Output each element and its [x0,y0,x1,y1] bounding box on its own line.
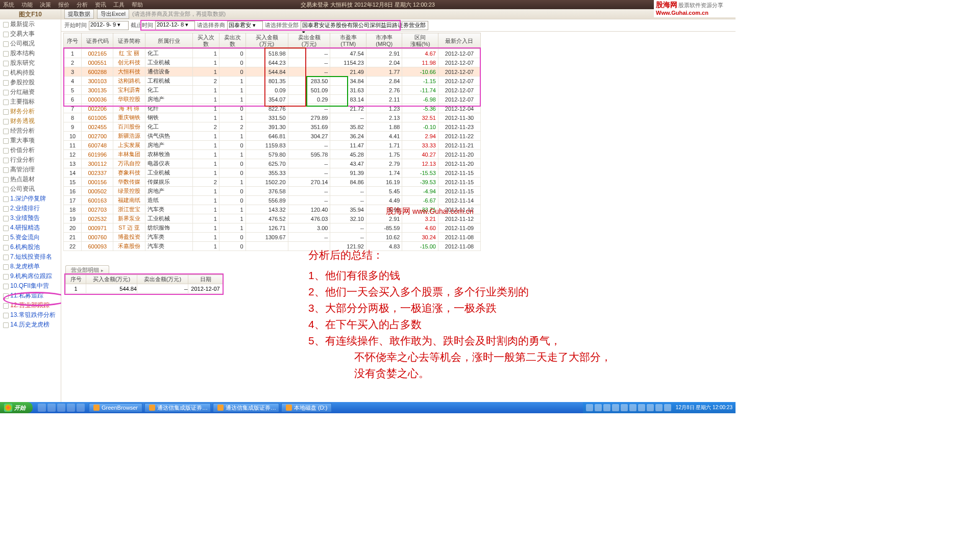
sidebar-item[interactable]: 14.历史龙虎榜 [0,320,61,330]
detail-tabs: 营业部明细▸ [65,265,109,274]
table-row[interactable]: 6000036华联控股房地产11354.070.2983.142.11-6.98… [64,95,481,104]
toolbar-hint: (请选择券商及其营业部，再提取数据) [132,10,226,18]
fetch-button[interactable]: 提取数据 [64,9,94,19]
windows-logo-icon [4,404,12,412]
table-row[interactable]: 16000502绿景控股房地产10376.58----5.45-4.942012… [64,187,481,196]
column-header[interactable]: 市盈率(TTM) [330,33,366,49]
sidebar-item[interactable]: 交易大事 [0,29,61,39]
department-select[interactable]: 国泰君安证券股份有限公司深圳益田路证券营业部 ▾ [301,21,428,30]
sidebar-item[interactable]: 10.QFII集中营 [0,281,61,291]
start-date-select[interactable]: 2012- 9- 9 ▾ [89,21,129,30]
content-area: 提取数据 导出Excel (请选择券商及其营业部，再提取数据) 开始时间 201… [61,9,736,402]
sidebar-item[interactable]: 最新提示 [0,19,61,29]
broker-select[interactable]: 国泰君安 ▾ [227,21,263,30]
detail-table-wrap: 序号买入金额(万元)卖出金额(万元)日期 1544.84--2012-12-07 [65,274,223,293]
table-row[interactable]: 8601005重庆钢铁钢铁11331.50279.89--2.1332.5120… [64,113,481,122]
sidebar: 图文F10 最新提示交易大事公司概况股本结构股东研究机构持股参股控股分红融资主要… [0,9,61,402]
sidebar-item[interactable]: 价值分析 [0,145,61,155]
table-row[interactable]: 1002165红 宝 丽化工10518.98--47.542.914.67201… [64,49,481,58]
taskbar-task[interactable]: 本地磁盘 (D:) [281,403,332,412]
sidebar-item[interactable]: 参股控股 [0,78,61,87]
sidebar-item[interactable]: 3.业绩预告 [0,213,61,223]
main-table-wrap: 序号证券代码证券简称所属行业买入次数卖出次数买入金额(万元)卖出金额(万元)市盈… [63,33,733,402]
sidebar-item[interactable]: 公司概况 [0,39,61,48]
end-date-select[interactable]: 2012-12- 8 ▾ [155,21,195,30]
column-header[interactable]: 买入次数 [192,33,219,49]
menu-item[interactable]: 决策 [40,2,51,8]
export-excel-button[interactable]: 导出Excel [97,9,129,19]
sidebar-item[interactable]: 股本结构 [0,48,61,58]
column-header[interactable]: 卖出次数 [219,33,246,49]
app-menubar: 系统功能决策报价分析资讯工具帮助 交易未登录 大恒科技 2012年12月8日 星… [0,0,736,9]
column-header[interactable]: 证券代码 [82,33,113,49]
analysis-text: 分析后的总结： 1、他们有很多的钱2、他们一天会买入多个股票，多个行业类别的3、… [308,247,611,382]
sidebar-item[interactable]: 8.龙虎榜单 [0,262,61,271]
table-row[interactable]: 15000156华数传媒传媒娱乐211502.20270.1484.8616.1… [64,178,481,187]
tray-clock: 12月8日 星期六 12:00:23 [676,405,732,410]
column-header[interactable]: 序号 [64,33,82,49]
sidebar-item[interactable]: 分红融资 [0,87,61,97]
table-row[interactable]: 11600748上实发展房地产101159.83--11.471.7133.33… [64,141,481,150]
sidebar-item[interactable]: 行业分析 [0,155,61,165]
column-header[interactable]: 最新介入日 [438,33,480,49]
sidebar-item[interactable]: 1.深沪停复牌 [0,194,61,204]
table-row[interactable]: 18002703浙江世宝汽车类11143.32120.4035.945.99-3… [64,205,481,214]
column-header[interactable]: 所属行业 [145,33,192,49]
taskbar-task[interactable]: 通达信集成版证券… [144,403,211,412]
menu-item[interactable]: 帮助 [132,2,143,8]
menu-item[interactable]: 分析 [77,2,88,8]
sidebar-item[interactable]: 财务透视 [0,116,61,126]
detail-table[interactable]: 序号买入金额(万元)卖出金额(万元)日期 1544.84--2012-12-07 [65,274,223,293]
table-row[interactable]: 5300135宝利沥青化工110.09501.0931.632.76-11.74… [64,86,481,95]
table-row[interactable]: 10002700新疆浩源供气供热11646.81304.2736.244.412… [64,132,481,141]
table-row[interactable]: 9002455百川股份化工22391.30351.6935.821.88-0.1… [64,122,481,132]
sidebar-item[interactable]: 5.资金流向 [0,233,61,242]
sidebar-item[interactable]: 7.短线投资排名 [0,252,61,262]
sidebar-item[interactable]: 13.常驻跌停分析 [0,310,61,320]
table-row[interactable]: 20000971ST 迈 亚纺织服饰11126.713.00---85.594.… [64,223,481,233]
menu-item[interactable]: 工具 [113,2,125,8]
start-button[interactable]: 开始 [0,402,33,413]
sidebar-item[interactable]: 6.机构股池 [0,242,61,252]
table-row[interactable]: 13300112万讯自控电器仪表10625.70--43.472.7912.13… [64,159,481,168]
trades-table[interactable]: 序号证券代码证券简称所属行业买入次数卖出次数买入金额(万元)卖出金额(万元)市盈… [63,33,481,251]
sidebar-item[interactable]: 4.研报精选 [0,223,61,233]
sidebar-item[interactable]: 公司资讯 [0,184,61,194]
table-row[interactable]: 3600288大恒科技通信设备10544.84--21.491.77-10.66… [64,67,481,77]
quick-launch[interactable] [35,404,88,412]
menu-item[interactable]: 系统 [3,2,14,8]
sidebar-item[interactable]: 机构持股 [0,68,61,78]
table-row[interactable]: 7002206海 利 得化纤10822.76--21.721.23-5.3620… [64,104,481,113]
sidebar-item[interactable]: 11.私募追踪 [0,291,61,300]
table-row[interactable]: 2000551创元科技工业机械10644.23--1154.232.0411.9… [64,58,481,67]
column-header[interactable]: 卖出金额(万元) [288,33,330,49]
sidebar-item[interactable]: 2.业绩排行 [0,204,61,213]
table-row[interactable]: 21000760博盈投资汽车类101309.67----10.6230.2420… [64,233,481,242]
sidebar-item[interactable]: 财务分析 [0,107,61,116]
column-header[interactable]: 市净率(MRQ) [366,33,402,49]
sidebar-item[interactable]: 高管治理 [0,165,61,174]
sidebar-item[interactable]: 9.机构席位跟踪 [0,271,61,281]
table-row[interactable]: 19002532新界泵业工业机械11476.52476.0332.102.913… [64,214,481,223]
sidebar-item[interactable]: 12.营业部跟踪 [0,300,61,310]
column-header[interactable]: 区间涨幅(%) [402,33,438,49]
sidebar-item[interactable]: 重大事项 [0,136,61,145]
column-header[interactable]: 证券简称 [113,33,145,49]
menu-item[interactable]: 报价 [58,2,69,8]
menu-item[interactable]: 功能 [21,2,33,8]
table-row[interactable]: 17600163福建南纸造纸10556.89----4.49-6.672012-… [64,196,481,205]
sidebar-item[interactable]: 经营分析 [0,126,61,136]
taskbar-task[interactable]: 通达信集成版证券… [213,403,279,412]
taskbar-task[interactable]: GreenBrowser [89,403,142,412]
table-row[interactable]: 12601996丰林集团农林牧渔11579.80595.7845.281.754… [64,150,481,159]
sidebar-item[interactable]: 热点题材 [0,174,61,184]
column-header[interactable]: 买入金额(万元) [246,33,288,49]
sidebar-item[interactable]: 股东研究 [0,58,61,68]
detail-tab[interactable]: 营业部明细▸ [65,265,109,274]
table-row[interactable]: 4300103达刚路机工程机械21801.35283.5034.842.84-1… [64,77,481,86]
table-row[interactable]: 14002337赛象科技工业机械10355.33--91.391.74-15.5… [64,168,481,178]
brand-watermark: 股海网股票软件资源分享 Www.Guhai.com.cn [654,0,736,17]
system-tray[interactable]: 12月8日 星期六 12:00:23 [583,402,736,413]
sidebar-item[interactable]: 主要指标 [0,97,61,107]
menu-item[interactable]: 资讯 [95,2,106,8]
